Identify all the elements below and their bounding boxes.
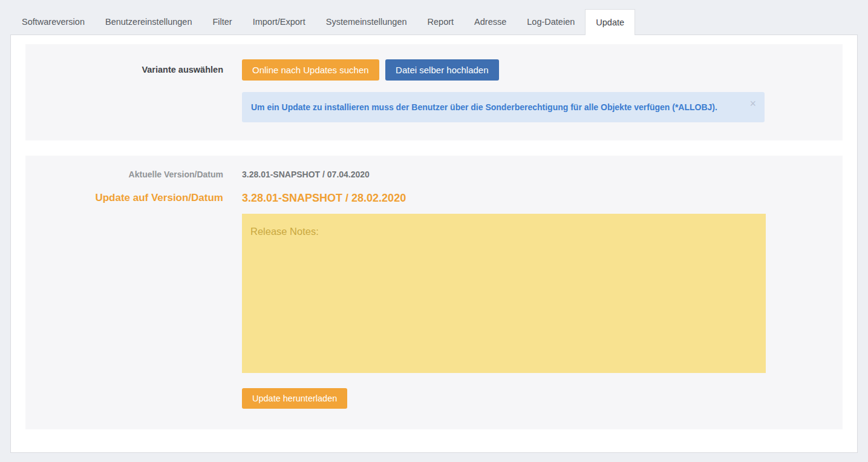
tab-filter[interactable]: Filter — [202, 9, 242, 35]
update-version-label: Update auf Version/Datum — [25, 190, 223, 206]
tab-import-export[interactable]: Import/Export — [243, 9, 316, 35]
tab-softwareversion[interactable]: Softwareversion — [11, 9, 95, 35]
permission-alert-text: Um ein Update zu installieren muss der B… — [251, 102, 717, 112]
version-update-section: Aktuelle Version/Datum 3.28.01-SNAPSHOT … — [25, 156, 843, 429]
tab-log-dateien[interactable]: Log-Dateien — [517, 9, 585, 35]
current-version-row: Aktuelle Version/Datum 3.28.01-SNAPSHOT … — [25, 168, 843, 181]
tab-adresse[interactable]: Adresse — [464, 9, 517, 35]
tab-benutzereinstellungen[interactable]: Benutzereinstellungen — [95, 9, 203, 35]
close-icon[interactable]: × — [749, 98, 756, 109]
current-version-value: 3.28.01-SNAPSHOT / 07.04.2020 — [242, 168, 370, 181]
tab-systemeinstellungen[interactable]: Systemeinstellungen — [316, 9, 417, 35]
variant-selection-section: Variante auswählen Online nach Updates s… — [25, 44, 843, 140]
release-notes-box: Release Notes: — [242, 214, 766, 373]
tab-report[interactable]: Report — [417, 9, 465, 35]
tab-bar: Softwareversion Benutzereinstellungen Fi… — [0, 0, 868, 35]
current-version-label: Aktuelle Version/Datum — [25, 168, 223, 181]
release-notes-row: Release Notes: — [25, 206, 843, 373]
upload-file-button[interactable]: Datei selber hochladen — [385, 59, 498, 81]
variant-label: Variante auswählen — [25, 59, 223, 81]
tab-update[interactable]: Update — [585, 9, 635, 35]
update-version-row: Update auf Version/Datum 3.28.01-SNAPSHO… — [25, 190, 843, 206]
update-tab-panel: Variante auswählen Online nach Updates s… — [10, 35, 858, 453]
permission-alert: Um ein Update zu installieren muss der B… — [242, 92, 765, 122]
section-divider — [25, 140, 843, 156]
update-version-value: 3.28.01-SNAPSHOT / 28.02.2020 — [242, 190, 406, 206]
download-row: Update herunterladen — [25, 388, 843, 409]
online-update-search-button[interactable]: Online nach Updates suchen — [242, 59, 379, 81]
variant-row: Variante auswählen Online nach Updates s… — [25, 59, 843, 122]
variant-buttons: Online nach Updates suchen Datei selber … — [242, 59, 765, 122]
download-update-button[interactable]: Update herunterladen — [242, 388, 347, 409]
